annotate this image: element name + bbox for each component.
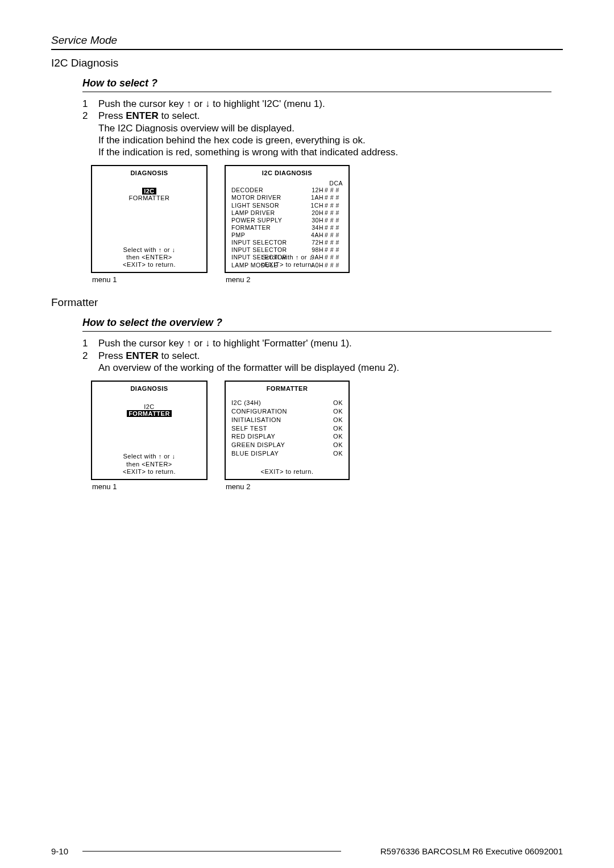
formatter-block: How to select the overview ? 1 Push the … <box>82 317 551 491</box>
formatter-row: RED DISPLAYOK <box>231 432 343 441</box>
down-arrow-icon: ↓ <box>309 254 313 261</box>
i2c-row-status: # # # <box>323 209 343 217</box>
formatter-row-name: SELF TEST <box>231 424 326 433</box>
i2c-row-name: MOTOR DRIVER <box>231 194 304 201</box>
step-number: 1 <box>82 98 98 110</box>
i2c-row: LAMP DRIVER20H# # # <box>231 209 343 217</box>
menu-1-caption: menu 1 <box>92 275 208 284</box>
i2c-row-name: LAMP DRIVER <box>231 209 304 217</box>
i2c-block: How to select ? 1 Push the cursor key ↑ … <box>82 77 551 284</box>
instruction-step-2: 2 Press ENTER to select. An overview of … <box>82 350 551 374</box>
formatter-row-name: INITIALISATION <box>231 416 326 424</box>
i2c-row-status: # # # <box>323 232 343 239</box>
page-number: 9-10 <box>51 846 68 856</box>
instruction-step-2: 2 Press ENTER to select. The I2C Diagnos… <box>82 110 551 158</box>
formatter-row-name: CONFIGURATION <box>231 407 326 416</box>
text-line: If the indication is red, something is w… <box>98 147 398 158</box>
text-fragment: Push the cursor key <box>98 98 186 109</box>
text-fragment: or <box>299 254 309 261</box>
menu-title: DIAGNOSIS <box>98 170 201 176</box>
i2c-row: PMP4AH# # # <box>231 232 343 239</box>
i2c-menus-row: DIAGNOSIS I2C FORMATTER Select with ↑ or… <box>91 165 551 284</box>
i2c-row-hex: 34H <box>304 224 323 232</box>
menu-title: DIAGNOSIS <box>98 385 201 392</box>
menu2-column: FORMATTER I2C (34H)OKCONFIGURATIONOKINIT… <box>225 381 350 491</box>
header-rule <box>51 49 563 50</box>
i2c-row: LIGHT SENSOR1CH# # # <box>231 202 343 209</box>
text-fragment: or <box>162 246 172 253</box>
step-text: Press ENTER to select. An overview of th… <box>98 350 551 374</box>
formatter-rows: I2C (34H)OKCONFIGURATIONOKINITIALISATION… <box>231 399 343 458</box>
down-arrow-icon: ↓ <box>172 453 176 460</box>
text-line: The I2C Diagnosis overview will be displ… <box>98 123 294 134</box>
text-line: <EXIT> to return. <box>123 468 176 475</box>
subheading-how-to-select: How to select ? <box>82 77 551 89</box>
formatter-row: INITIALISATIONOK <box>231 416 343 424</box>
down-arrow-icon: ↓ <box>172 246 176 253</box>
formatter-row-name: I2C (34H) <box>231 399 326 407</box>
text-fragment: or <box>191 98 205 109</box>
subheading-rule <box>82 331 551 332</box>
menu-title: I2C DIAGNOSIS <box>231 170 343 176</box>
text-fragment: to select. <box>159 350 200 361</box>
menu2-column: I2C DIAGNOSIS DCA DECODER12H# # #MOTOR D… <box>225 165 350 284</box>
menu-footer: Select with ↑ or ↓ then <ENTER> <EXIT> t… <box>92 246 206 269</box>
text-line: then <ENTER> <box>126 461 172 468</box>
i2c-row-status: # # # <box>323 239 343 246</box>
i2c-row-hex: 4AH <box>304 232 323 239</box>
i2c-row: MOTOR DRIVER1AH# # # <box>231 194 343 201</box>
i2c-row: INPUT SELECTOR72H# # # <box>231 239 343 246</box>
formatter-row: GREEN DISPLAYOK <box>231 441 343 449</box>
i2c-row-hex: 20H <box>304 209 323 217</box>
text-fragment: Press <box>98 110 126 121</box>
formatter-row: CONFIGURATIONOK <box>231 407 343 416</box>
step-text: Press ENTER to select. The I2C Diagnosis… <box>98 110 551 158</box>
menu-item-i2c-selected: I2C <box>142 188 156 195</box>
text-fragment: Press <box>98 350 126 361</box>
formatter-row-name: BLUE DISPLAY <box>231 449 326 458</box>
formatter-row: SELF TESTOK <box>231 424 343 433</box>
i2c-row: POWER SUPPLY30H# # # <box>231 217 343 224</box>
i2c-row-name: INPUT SELECTOR <box>231 246 304 254</box>
i2c-row-status: # # # <box>323 246 343 254</box>
i2c-row-hex: 30H <box>304 217 323 224</box>
formatter-row-name: GREEN DISPLAY <box>231 441 326 449</box>
enter-key-label: ENTER <box>126 350 159 361</box>
menu-footer: Select with ↑ or ↓ then <ENTER> <EXIT> t… <box>92 453 206 476</box>
text-fragment: or <box>162 453 172 460</box>
down-arrow-icon: ↓ <box>205 98 210 109</box>
formatter-row-status: OK <box>326 416 343 424</box>
dca-header: DCA <box>329 180 343 187</box>
text-line: If the indication behind the hex code is… <box>98 135 366 146</box>
step-number: 2 <box>82 110 98 158</box>
down-arrow-icon: ↓ <box>205 338 210 349</box>
i2c-row-hex: 98H <box>304 246 323 254</box>
instruction-step-1: 1 Push the cursor key ↑ or ↓ to highligh… <box>82 337 551 349</box>
i2c-row-status: # # # <box>323 187 343 194</box>
i2c-row-name: POWER SUPPLY <box>231 217 304 224</box>
menu-item-formatter: FORMATTER <box>98 195 201 201</box>
formatter-row: BLUE DISPLAYOK <box>231 449 343 458</box>
menu-footer: Scroll with ↑ or ↓ <EXIT> to return. <box>226 254 349 268</box>
footer-rule <box>82 851 341 852</box>
i2c-row-status: # # # <box>323 224 343 232</box>
text-fragment: to highlight 'Formatter' (menu 1). <box>210 338 352 349</box>
i2c-row-status: # # # <box>323 202 343 209</box>
menu-footer: <EXIT> to return. <box>226 468 349 476</box>
formatter-menus-row: DIAGNOSIS I2C FORMATTER Select with ↑ or… <box>91 381 551 491</box>
i2c-row-status: # # # <box>323 217 343 224</box>
text-fragment: Select with <box>123 453 158 460</box>
text-fragment: Push the cursor key <box>98 338 186 349</box>
diagnosis-menu-1: DIAGNOSIS I2C FORMATTER Select with ↑ or… <box>91 381 208 480</box>
formatter-row-status: OK <box>326 449 343 458</box>
step-text: Push the cursor key ↑ or ↓ to highlight … <box>98 98 551 110</box>
text-line: then <ENTER> <box>126 254 172 261</box>
text-line: <EXIT> to return. <box>261 261 314 268</box>
i2c-row-name: FORMATTER <box>231 224 304 232</box>
menu-item-formatter-selected: FORMATTER <box>127 410 172 417</box>
text-fragment: Select with <box>123 246 158 253</box>
formatter-row-status: OK <box>326 432 343 441</box>
doc-reference: R5976336 BARCOSLM R6 Executive 06092001 <box>380 846 563 856</box>
running-header: Service Mode <box>51 34 563 47</box>
i2c-diagnosis-menu-2: I2C DIAGNOSIS DCA DECODER12H# # #MOTOR D… <box>225 165 350 273</box>
